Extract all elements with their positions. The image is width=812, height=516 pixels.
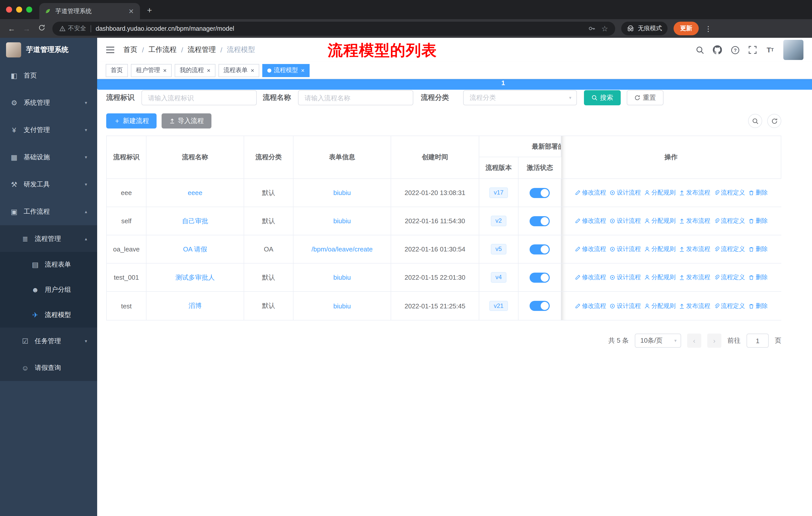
breadcrumb-home[interactable]: 首页 bbox=[123, 45, 138, 54]
reload-icon[interactable] bbox=[37, 24, 46, 33]
sidebar-item-workflow[interactable]: ▣ 工作流程 ▴ bbox=[0, 198, 97, 225]
next-page-button[interactable]: › bbox=[707, 333, 721, 348]
action-publish-link[interactable]: 发布流程 bbox=[679, 217, 710, 225]
sidebar-item-payment[interactable]: ¥ 支付管理 ▾ bbox=[0, 116, 97, 144]
action-publish-link[interactable]: 发布流程 bbox=[679, 273, 710, 282]
sidebar-item-user-group[interactable]: ☻ 用户分组 bbox=[0, 277, 97, 302]
active-toggle[interactable] bbox=[529, 272, 550, 282]
action-edit-link[interactable]: 修改流程 bbox=[575, 273, 606, 282]
security-warning[interactable]: 不安全 bbox=[59, 24, 86, 33]
back-icon[interactable]: ← bbox=[7, 24, 16, 33]
process-name-link[interactable]: OA 请假 bbox=[183, 245, 207, 254]
action-publish-link[interactable]: 发布流程 bbox=[679, 188, 710, 197]
sidebar-item-task-management[interactable]: ☑ 任务管理 ▾ bbox=[0, 328, 97, 354]
form-info-link[interactable]: biubiu bbox=[333, 217, 351, 225]
action-delete-link[interactable]: 删除 bbox=[749, 273, 768, 282]
action-publish-link[interactable]: 发布流程 bbox=[679, 245, 710, 253]
breadcrumb-workflow[interactable]: 工作流程 bbox=[148, 45, 177, 54]
action-definition-link[interactable]: 流程定义 bbox=[714, 217, 745, 225]
url-text[interactable]: dashboard.yudao.iocoder.cn/bpm/manager/m… bbox=[96, 25, 583, 32]
sidebar-item-home[interactable]: ◧ 首页 bbox=[0, 62, 97, 89]
action-publish-link[interactable]: 发布流程 bbox=[679, 302, 710, 310]
sidebar-item-infrastructure[interactable]: ▦ 基础设施 ▾ bbox=[0, 144, 97, 171]
reset-button[interactable]: 重置 bbox=[627, 90, 664, 105]
form-info-link[interactable]: biubiu bbox=[333, 274, 351, 281]
close-icon[interactable]: × bbox=[251, 67, 254, 74]
tag-process-model[interactable]: 流程模型 × bbox=[262, 64, 310, 77]
bookmark-star-icon[interactable]: ☆ bbox=[601, 24, 608, 33]
update-button[interactable]: 更新 bbox=[673, 22, 699, 35]
action-definition-link[interactable]: 流程定义 bbox=[714, 245, 745, 253]
sidebar-item-leave-query[interactable]: ☺ 请假查询 bbox=[0, 354, 97, 381]
process-name-link[interactable]: 测试多审批人 bbox=[175, 273, 215, 282]
goto-page-input[interactable] bbox=[747, 333, 769, 348]
hamburger-icon[interactable] bbox=[106, 46, 115, 53]
action-delete-link[interactable]: 删除 bbox=[749, 188, 768, 197]
action-edit-link[interactable]: 修改流程 bbox=[575, 188, 606, 197]
action-design-link[interactable]: 设计流程 bbox=[610, 245, 641, 253]
process-name-link[interactable]: 自己审批 bbox=[182, 216, 208, 225]
action-edit-link[interactable]: 修改流程 bbox=[575, 217, 606, 225]
search-icon[interactable] bbox=[695, 45, 704, 54]
tag-my-process[interactable]: 我的流程 × bbox=[175, 64, 215, 77]
tag-process-form[interactable]: 流程表单 × bbox=[219, 64, 259, 77]
url-bar[interactable]: 不安全 dashboard.yudao.iocoder.cn/bpm/manag… bbox=[52, 21, 615, 35]
help-icon[interactable]: ? bbox=[730, 45, 740, 54]
active-toggle[interactable] bbox=[529, 244, 550, 254]
action-delete-link[interactable]: 删除 bbox=[749, 217, 768, 225]
fullscreen-icon[interactable] bbox=[748, 45, 757, 54]
breadcrumb-process-management[interactable]: 流程管理 bbox=[188, 45, 216, 54]
new-tab-button[interactable]: + bbox=[147, 5, 152, 16]
page-size-select[interactable]: 10条/页 ▾ bbox=[635, 333, 681, 348]
zoom-window-button[interactable] bbox=[26, 6, 32, 12]
github-icon[interactable] bbox=[713, 45, 722, 54]
process-name-input[interactable] bbox=[298, 90, 413, 105]
action-edit-link[interactable]: 修改流程 bbox=[575, 302, 606, 310]
action-assign-rule-link[interactable]: 分配规则 bbox=[644, 245, 675, 253]
sidebar-item-devtools[interactable]: ⚒ 研发工具 ▾ bbox=[0, 171, 97, 198]
key-icon[interactable] bbox=[588, 25, 595, 32]
process-id-input[interactable] bbox=[141, 90, 257, 105]
form-info-link[interactable]: /bpm/oa/leave/create bbox=[312, 245, 373, 253]
user-avatar[interactable] bbox=[783, 40, 804, 60]
process-name-link[interactable]: eeee bbox=[188, 189, 202, 196]
tag-tenant[interactable]: 租户管理 × bbox=[131, 64, 172, 77]
forward-icon[interactable]: → bbox=[22, 24, 31, 33]
refresh-table-button[interactable] bbox=[767, 114, 781, 128]
sidebar-logo[interactable]: 芋道管理系统 bbox=[0, 38, 97, 62]
action-assign-rule-link[interactable]: 分配规则 bbox=[644, 188, 675, 197]
sidebar-item-system[interactable]: ⚙ 系统管理 ▾ bbox=[0, 89, 97, 116]
action-design-link[interactable]: 设计流程 bbox=[610, 188, 641, 197]
action-design-link[interactable]: 设计流程 bbox=[610, 302, 641, 310]
sidebar-item-process-form[interactable]: ▤ 流程表单 bbox=[0, 252, 97, 277]
action-definition-link[interactable]: 流程定义 bbox=[714, 188, 745, 197]
font-size-icon[interactable]: TT bbox=[766, 45, 775, 54]
create-process-button[interactable]: ＋ 新建流程 bbox=[106, 113, 156, 129]
action-edit-link[interactable]: 修改流程 bbox=[575, 245, 606, 253]
active-toggle[interactable] bbox=[529, 188, 550, 198]
browser-menu-icon[interactable]: ⋮ bbox=[705, 24, 712, 32]
action-design-link[interactable]: 设计流程 bbox=[610, 217, 641, 225]
sidebar-item-process-management[interactable]: ≣ 流程管理 ▴ bbox=[0, 225, 97, 252]
minimize-window-button[interactable] bbox=[16, 6, 22, 12]
tab-close-icon[interactable]: ✕ bbox=[127, 7, 135, 15]
process-name-link[interactable]: 滔博 bbox=[188, 301, 202, 310]
action-assign-rule-link[interactable]: 分配规则 bbox=[644, 273, 675, 282]
prev-page-button[interactable]: ‹ bbox=[687, 333, 701, 348]
close-icon[interactable]: × bbox=[207, 67, 210, 74]
process-category-select[interactable]: 流程分类 ▾ bbox=[463, 90, 577, 105]
close-window-button[interactable] bbox=[6, 6, 12, 12]
import-process-button[interactable]: 导入流程 bbox=[162, 113, 211, 129]
sidebar-item-process-model[interactable]: ✈ 流程模型 bbox=[0, 302, 97, 328]
active-toggle[interactable] bbox=[529, 216, 550, 226]
action-definition-link[interactable]: 流程定义 bbox=[714, 302, 745, 310]
search-button[interactable]: 搜索 bbox=[584, 90, 621, 105]
form-info-link[interactable]: biubiu bbox=[333, 302, 351, 310]
action-definition-link[interactable]: 流程定义 bbox=[714, 273, 745, 282]
action-design-link[interactable]: 设计流程 bbox=[610, 273, 641, 282]
show-search-button[interactable] bbox=[748, 114, 762, 128]
active-toggle[interactable] bbox=[529, 301, 550, 311]
action-assign-rule-link[interactable]: 分配规则 bbox=[644, 302, 675, 310]
browser-tab[interactable]: 芋道管理系统 ✕ bbox=[39, 3, 140, 19]
close-icon[interactable]: × bbox=[163, 67, 167, 74]
